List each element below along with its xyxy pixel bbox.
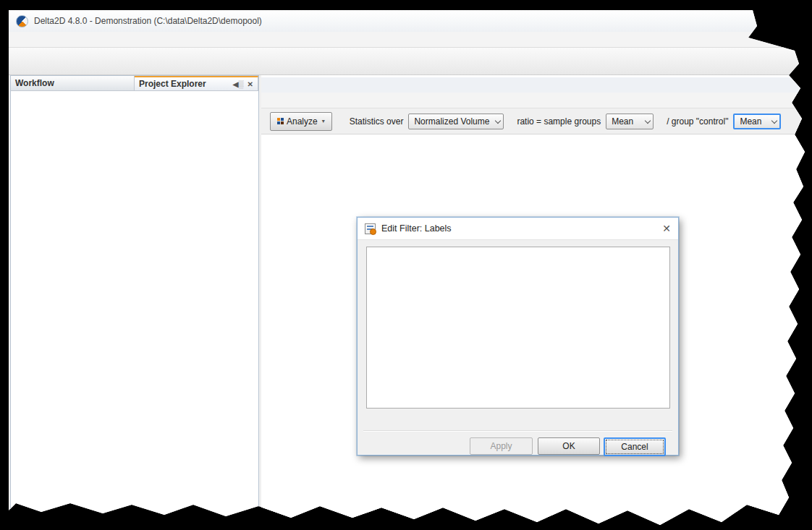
ratio-combo-value: Mean (612, 116, 633, 127)
apply-button[interactable]: Apply (470, 437, 533, 455)
chevron-down-icon (771, 117, 777, 123)
chevron-down-icon (495, 117, 501, 123)
dialog-title-bar: Edit Filter: Labels ✕ (358, 218, 678, 240)
left-panel: Workflow Project Explorer ◀░ ✕ (10, 75, 259, 525)
screenshot-stage: Delta2D 4.8.0 - Demonstration (C:\data\D… (0, 0, 812, 530)
filter-dialog-icon (365, 223, 376, 234)
quantitation-table-menu (261, 93, 805, 108)
project-explorer-panel-header[interactable]: Project Explorer ◀░ ✕ (135, 76, 258, 91)
dialog-separator (363, 430, 672, 432)
group-combo-value: Mean (740, 116, 761, 127)
cancel-button-label: Cancel (621, 442, 648, 452)
window-title: Delta2D 4.8.0 - Demonstration (C:\data\D… (34, 16, 262, 26)
app-logo-icon (16, 15, 28, 27)
group-control-label: / group "control" (667, 116, 728, 127)
analyze-icon (277, 118, 280, 121)
minimize-panel-icon[interactable]: ◀░ (233, 80, 244, 88)
close-panel-icon[interactable]: ✕ (248, 80, 253, 88)
toolbar (9, 48, 805, 75)
document-tab-bar (261, 77, 805, 94)
group-control-combo[interactable]: Mean (733, 114, 781, 129)
statistics-over-label: Statistics over (350, 116, 404, 127)
dialog-title: Edit Filter: Labels (381, 223, 452, 234)
apply-button-label: Apply (490, 441, 512, 451)
dialog-filter-grid (366, 247, 670, 409)
statistics-combo-value: Normalized Volume (414, 116, 489, 127)
ok-button[interactable]: OK (538, 437, 600, 455)
analyze-toolbar: Analyze ▾ Statistics over Normalized Vol… (261, 108, 805, 134)
workflow-panel-label: Workflow (15, 78, 54, 88)
statistics-combo[interactable]: Normalized Volume (408, 114, 504, 129)
project-explorer-label: Project Explorer (139, 79, 206, 89)
app-window: Delta2D 4.8.0 - Demonstration (C:\data\D… (9, 10, 805, 525)
analyze-button[interactable]: Analyze ▾ (270, 112, 332, 131)
panel-headers: Workflow Project Explorer ◀░ ✕ (11, 76, 258, 91)
workflow-panel-header[interactable]: Workflow (11, 76, 135, 91)
ratio-label: ratio = sample groups (517, 116, 601, 127)
title-bar: Delta2D 4.8.0 - Demonstration (C:\data\D… (9, 10, 805, 33)
project-tree (11, 91, 258, 524)
ratio-groups-combo[interactable]: Mean (606, 114, 654, 129)
chevron-down-icon (645, 117, 651, 123)
menu-bar (9, 32, 805, 48)
ok-button-label: OK (562, 441, 575, 451)
cancel-button[interactable]: Cancel (604, 437, 666, 456)
edit-filter-labels-dialog: Edit Filter: Labels ✕ Apply OK Cancel (357, 217, 679, 456)
analyze-button-label: Analyze (287, 116, 318, 127)
dialog-close-icon[interactable]: ✕ (662, 223, 671, 234)
